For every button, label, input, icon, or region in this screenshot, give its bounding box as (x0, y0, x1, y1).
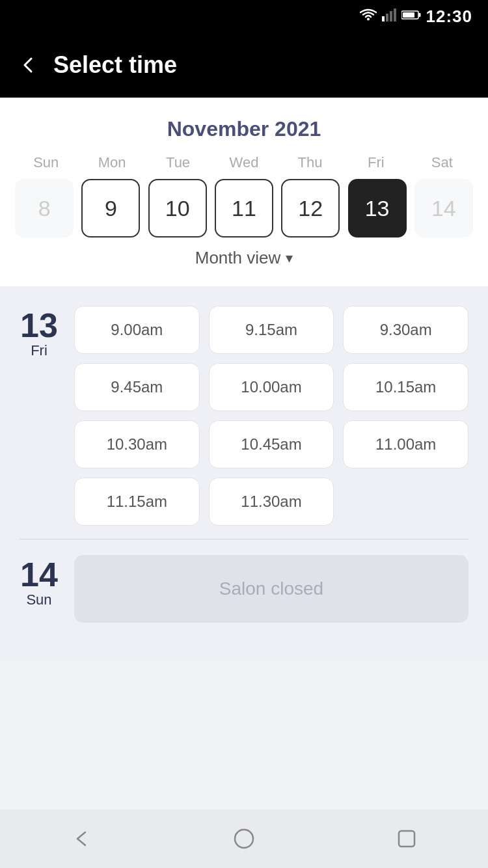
weekday-wed: Wed (211, 154, 277, 171)
weekday-row: Sun Mon Tue Wed Thu Fri Sat (13, 154, 475, 171)
timeslot-1045[interactable]: 10.45am (209, 420, 334, 468)
date-cell-14[interactable]: 14 (414, 179, 473, 237)
page-title: Select time (53, 51, 177, 79)
svg-rect-9 (399, 831, 414, 847)
nav-back-button[interactable] (65, 822, 98, 855)
svg-rect-3 (390, 11, 392, 21)
day-14-number: 14 (20, 558, 58, 591)
day-13-number: 13 (20, 308, 58, 342)
calendar-section: November 2021 Sun Mon Tue Wed Thu Fri Sa… (0, 98, 488, 286)
timeslot-1015[interactable]: 10.15am (343, 363, 468, 411)
timeslot-915[interactable]: 9.15am (209, 306, 334, 354)
status-bar: 12:30 (0, 0, 488, 33)
weekday-sat: Sat (409, 154, 475, 171)
day-14-section: 14 Sun Salon closed (20, 555, 468, 623)
timeslots-grid-13: 9.00am 9.15am 9.30am 9.45am 10.00am 10.1… (74, 306, 468, 526)
date-cell-9[interactable]: 9 (81, 179, 140, 237)
chevron-down-icon: ▾ (286, 250, 293, 267)
svg-point-8 (235, 830, 253, 848)
nav-recent-button[interactable] (390, 822, 423, 855)
weekday-sun: Sun (13, 154, 79, 171)
bottom-nav (0, 809, 488, 868)
date-cell-13[interactable]: 13 (348, 179, 407, 237)
signal-icon (382, 8, 396, 24)
timeslot-900[interactable]: 9.00am (74, 306, 200, 354)
day-13-section: 13 Fri 9.00am 9.15am 9.30am 9.45am 10.00… (20, 306, 468, 526)
salon-closed-box: Salon closed (74, 555, 468, 623)
header: Select time (0, 33, 488, 98)
day-divider (20, 539, 468, 539)
date-cell-12[interactable]: 12 (281, 179, 340, 237)
wifi-icon (360, 8, 377, 24)
weekday-thu: Thu (277, 154, 343, 171)
day-13-name: Fri (31, 342, 47, 359)
timeslot-1100[interactable]: 11.00am (343, 420, 468, 468)
day-13-label: 13 Fri (20, 306, 59, 526)
month-view-label: Month view (195, 248, 281, 268)
timeslot-1030[interactable]: 10.30am (74, 420, 200, 468)
nav-home-button[interactable] (228, 822, 260, 855)
timeslot-930[interactable]: 9.30am (343, 306, 468, 354)
back-button[interactable] (20, 56, 38, 74)
battery-icon (401, 10, 421, 23)
day-14-label: 14 Sun (20, 555, 59, 623)
svg-rect-6 (418, 13, 420, 17)
month-view-toggle[interactable]: Month view ▾ (13, 237, 475, 273)
month-title: November 2021 (13, 117, 475, 141)
timeslot-1115[interactable]: 11.15am (74, 478, 200, 526)
status-icons: 12:30 (360, 7, 473, 27)
timeslot-1130[interactable]: 11.30am (209, 478, 334, 526)
timeslot-945[interactable]: 9.45am (74, 363, 200, 411)
date-row: 8 9 10 11 12 13 14 (13, 179, 475, 237)
status-time: 12:30 (426, 7, 473, 27)
svg-rect-2 (386, 14, 388, 21)
date-cell-8[interactable]: 8 (15, 179, 74, 237)
timeslots-section: 13 Fri 9.00am 9.15am 9.30am 9.45am 10.00… (0, 286, 488, 662)
date-cell-11[interactable]: 11 (215, 179, 273, 237)
timeslot-1000[interactable]: 10.00am (209, 363, 334, 411)
svg-rect-1 (382, 16, 385, 21)
weekday-fri: Fri (343, 154, 409, 171)
svg-rect-4 (394, 8, 396, 21)
svg-rect-7 (403, 12, 414, 18)
weekday-mon: Mon (79, 154, 144, 171)
day-14-name: Sun (26, 591, 51, 608)
svg-point-0 (367, 18, 370, 21)
date-cell-10[interactable]: 10 (148, 179, 207, 237)
weekday-tue: Tue (145, 154, 211, 171)
